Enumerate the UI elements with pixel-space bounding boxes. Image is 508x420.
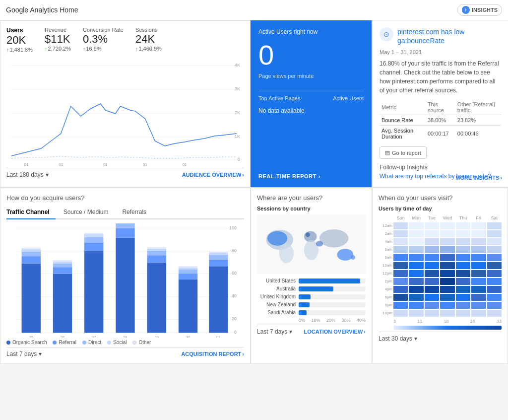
svg-text:30: 30 — [186, 335, 190, 338]
tab-source-medium[interactable]: Source / Medium — [64, 206, 115, 219]
svg-text:60: 60 — [232, 271, 237, 276]
svg-rect-32 — [22, 264, 41, 333]
svg-rect-44 — [84, 237, 103, 243]
heatmap-col-mon: Mon — [409, 214, 423, 317]
bottom-row: How do you acquire users? Traffic Channe… — [0, 188, 508, 364]
country-name: Saudi Arabia — [257, 310, 296, 315]
svg-text:01: 01 — [183, 162, 187, 166]
country-row-uk: United Kingdom — [257, 294, 366, 299]
header: Google Analytics Home i INSIGHTS — [0, 0, 508, 20]
country-name: New Zealand — [257, 302, 296, 307]
metric-revenue: Revenue $11K 2,720.2% — [45, 27, 71, 53]
line-chart-area: 4K 3K 2K 1K 0 01 Feb 01 Mar 01 Apr 01 Ma… — [6, 57, 244, 166]
table-row: Avg. Session Duration 00:00:17 00:00:46 — [380, 126, 501, 142]
chevron-right-icon: › — [242, 172, 244, 178]
acquisition-footer: Last 7 days ▾ ACQUISITION REPORT › — [6, 347, 244, 357]
location-date-range[interactable]: Last 7 days ▾ — [257, 328, 292, 335]
svg-text:29: 29 — [154, 335, 159, 338]
heatmap-col-tue: Tue — [425, 214, 439, 317]
svg-text:4K: 4K — [235, 63, 240, 68]
svg-rect-45 — [84, 234, 103, 237]
svg-rect-46 — [84, 233, 103, 235]
location-card: Where are your users? Sessions by countr… — [251, 188, 372, 364]
more-insights-link[interactable]: MORE INSIGHTS › — [455, 175, 502, 181]
svg-rect-55 — [147, 249, 166, 251]
svg-rect-60 — [179, 268, 197, 270]
timeofday-card: When do your users visit? Users by time … — [372, 188, 508, 364]
follow-up-title: Follow-up Insights — [380, 164, 501, 171]
heatmap-col-sun: Sun — [393, 214, 408, 317]
realtime-title: Active Users right now — [258, 28, 364, 35]
chevron-down-icon: ▾ — [414, 335, 417, 342]
svg-text:01: 01 — [103, 162, 108, 166]
insights-badge[interactable]: i INSIGHTS — [457, 4, 502, 16]
gradient-bar — [379, 326, 502, 330]
svg-text:80: 80 — [232, 248, 237, 253]
chevron-right-icon: › — [500, 175, 502, 181]
svg-rect-37 — [53, 274, 72, 333]
svg-text:25: 25 — [29, 335, 33, 338]
world-map — [257, 214, 366, 274]
metric-sessions: Sessions 24K 1,460.9% — [135, 27, 162, 53]
country-row-nz: New Zealand — [257, 302, 366, 307]
bar-chart-area: 100 80 60 40 20 0 — [6, 223, 244, 338]
chevron-right-icon: › — [364, 329, 366, 335]
realtime-report-link[interactable]: REAL-TIME REPORT › — [258, 173, 364, 179]
heatmap-container: 12am 2am 4am 6am 8am 10am 12pm 2pm 4pm 6… — [379, 214, 502, 317]
svg-rect-39 — [53, 264, 72, 268]
svg-rect-58 — [179, 274, 197, 280]
acquisition-date-range[interactable]: Last 7 days ▾ — [6, 350, 42, 357]
realtime-section-header: Top Active Pages Active Users — [258, 95, 364, 101]
timeofday-date-range[interactable]: Last 30 days ▾ — [379, 335, 417, 342]
svg-point-84 — [306, 233, 310, 237]
svg-text:28: 28 — [123, 335, 127, 338]
location-section-title: Where are your users? — [257, 194, 366, 202]
realtime-subtitle: Page views per minute — [258, 73, 364, 79]
svg-point-86 — [316, 241, 323, 247]
realtime-card: Active Users right now 0 Page views per … — [251, 20, 372, 187]
svg-rect-40 — [53, 262, 72, 264]
svg-rect-52 — [147, 263, 166, 333]
svg-rect-43 — [84, 243, 103, 251]
date-range-selector[interactable]: Last 180 days ▾ — [6, 171, 49, 178]
insights-card: ⊙ pinterest.com has low ga:bounceRate Ma… — [372, 20, 508, 187]
heatmap-col-wed: Wed — [440, 214, 454, 317]
country-row-us: United States — [257, 278, 366, 283]
heatmap-col-thu: Thu — [456, 214, 470, 317]
go-to-report-button[interactable]: ▤ Go to report — [380, 146, 427, 159]
audience-overview-link[interactable]: AUDIENCE OVERVIEW › — [182, 172, 244, 178]
tab-referrals[interactable]: Referrals — [122, 206, 152, 219]
country-name: United Kingdom — [257, 294, 296, 299]
svg-rect-63 — [209, 260, 228, 266]
svg-text:26: 26 — [61, 335, 65, 338]
timeofday-footer: Last 30 days ▾ — [379, 332, 502, 342]
svg-rect-42 — [84, 251, 103, 333]
acquisition-report-link[interactable]: ACQUISITION REPORT › — [181, 351, 244, 357]
insights-table: Metric This source Other [Referral] traf… — [380, 100, 501, 141]
country-name: United States — [257, 278, 296, 283]
heatmap-footer: 3 11 18 26 33 — [379, 319, 502, 324]
page-title: Google Analytics Home — [6, 6, 78, 14]
svg-rect-41 — [53, 260, 72, 262]
svg-text:0: 0 — [234, 330, 237, 335]
svg-rect-62 — [209, 267, 228, 333]
legend-social: Social — [107, 340, 127, 345]
svg-rect-64 — [209, 255, 228, 260]
chevron-down-icon: ▾ — [289, 328, 292, 335]
hour-labels: 12am 2am 4am 6am 8am 10am 12pm 2pm 4pm 6… — [379, 214, 392, 317]
country-bars: United States Australia United Kingdom N… — [257, 278, 366, 323]
svg-text:01: 01 — [143, 162, 147, 166]
realtime-count: 0 — [258, 41, 364, 69]
location-overview-link[interactable]: LOCATION OVERVIEW › — [304, 329, 366, 335]
insights-description: 16.80% of your site traffic is from the … — [380, 59, 501, 95]
axis-labels: 0% 10% 20% 30% 40% — [257, 318, 366, 323]
svg-rect-54 — [147, 251, 166, 256]
tab-traffic-channel[interactable]: Traffic Channel — [6, 206, 56, 219]
svg-rect-65 — [209, 253, 228, 255]
users-by-time-title: Users by time of day — [379, 206, 502, 211]
chevron-down-icon: ▾ — [46, 171, 49, 178]
sessions-by-country-title: Sessions by country — [257, 206, 366, 211]
svg-rect-36 — [22, 248, 41, 249]
country-row-au: Australia — [257, 286, 366, 291]
top-row: Users 20K 1,481.8% Revenue $11K 2,720.2%… — [0, 20, 508, 188]
